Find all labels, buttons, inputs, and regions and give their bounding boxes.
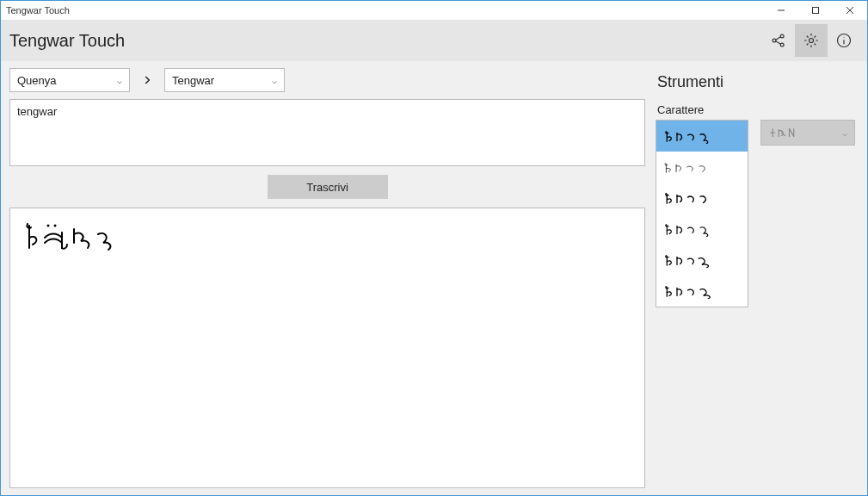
language-row: Quenya ⌵ Tengwar ⌵ (9, 68, 645, 92)
font-list[interactable] (656, 120, 748, 307)
main-column: Quenya ⌵ Tengwar ⌵ Trascrivi (1, 61, 652, 495)
font-item-3[interactable] (656, 183, 748, 214)
input-text-area[interactable] (9, 99, 645, 166)
svg-point-14 (47, 225, 50, 227)
svg-line-7 (776, 37, 781, 40)
svg-rect-1 (813, 8, 819, 14)
svg-point-4 (773, 39, 776, 42)
target-script-dropdown[interactable]: Tengwar ⌵ (164, 68, 285, 92)
app-title: Tengwar Touch (9, 31, 125, 51)
svg-point-9 (810, 39, 814, 43)
font-item-4[interactable] (656, 214, 748, 245)
font-style-dropdown[interactable]: ⌵ (760, 120, 855, 146)
minimize-button[interactable] (764, 1, 798, 20)
window-controls (764, 1, 867, 20)
output-area[interactable] (9, 208, 645, 488)
settings-icon[interactable] (795, 24, 828, 57)
target-script-value: Tengwar (172, 74, 214, 87)
tools-title: Strumenti (657, 73, 859, 91)
chevron-down-icon: ⌵ (842, 128, 847, 138)
window-titlebar: Tengwar Touch (1, 1, 867, 20)
svg-point-12 (844, 37, 845, 38)
font-item-5[interactable] (656, 245, 748, 276)
font-label: Carattere (657, 103, 859, 116)
svg-point-6 (780, 43, 784, 46)
app-header: Tengwar Touch (1, 20, 867, 61)
tengwar-output-glyphs (21, 217, 141, 251)
direction-arrow-button[interactable] (137, 70, 157, 90)
style-sample-icon (768, 127, 806, 139)
font-item-1[interactable] (656, 121, 748, 152)
transcribe-button[interactable]: Trascrivi (268, 175, 388, 199)
svg-line-8 (776, 41, 781, 44)
svg-point-15 (54, 225, 57, 227)
chevron-down-icon: ⌵ (272, 76, 277, 85)
close-button[interactable] (833, 1, 867, 20)
content-area: Quenya ⌵ Tengwar ⌵ Trascrivi (1, 61, 867, 495)
font-row: ⌵ (656, 120, 859, 307)
svg-point-5 (780, 34, 784, 38)
source-language-dropdown[interactable]: Quenya ⌵ (9, 68, 130, 92)
font-item-2[interactable] (656, 152, 748, 183)
maximize-button[interactable] (798, 1, 833, 20)
tools-panel: Strumenti Carattere (652, 61, 867, 495)
transcribe-row: Trascrivi (9, 166, 645, 208)
info-icon[interactable] (828, 24, 860, 57)
share-icon[interactable] (762, 24, 795, 57)
font-item-6[interactable] (656, 276, 748, 307)
source-language-value: Quenya (17, 74, 57, 87)
window-title: Tengwar Touch (6, 5, 70, 16)
chevron-down-icon: ⌵ (117, 76, 122, 85)
header-actions (762, 24, 860, 57)
